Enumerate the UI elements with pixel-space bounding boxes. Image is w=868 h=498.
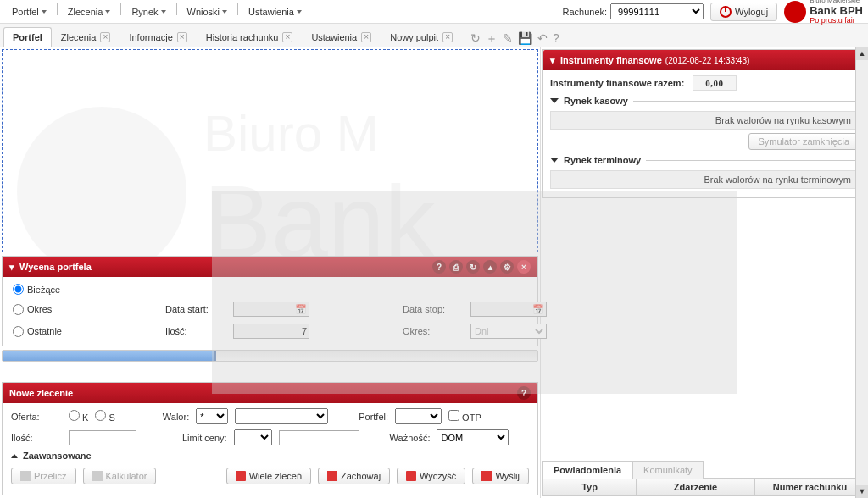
select-okres[interactable]: Dni — [470, 324, 547, 339]
kalkulator-button[interactable]: Kalkulator — [83, 468, 157, 484]
symulator-button[interactable]: Symulator zamknięcia — [748, 133, 859, 150]
radio-okres[interactable]: Okres — [13, 304, 165, 315]
tab-powiadomienia[interactable]: Powiadomienia — [542, 461, 632, 479]
checkbox-otp[interactable]: OTP — [448, 410, 481, 423]
zaawansowane-toggle[interactable]: Zaawansowane — [11, 451, 529, 461]
section-rynek-kasowy[interactable]: Rynek kasowy — [550, 96, 859, 106]
help-icon[interactable]: ? — [517, 386, 531, 400]
triangle-down-icon — [550, 98, 559, 103]
wycena-portfela-panel: ▾ Wycena portfela ? ⎙ ↻ ▴ ⚙ × Bieżące Ok… — [2, 256, 538, 346]
tab-nowy-pulpit[interactable]: Nowy pulpit× — [381, 27, 462, 47]
tab-komunikaty[interactable]: Komunikaty — [632, 461, 703, 479]
triangle-up-icon — [11, 454, 18, 458]
label-ilosc: Ilość: — [165, 326, 233, 336]
tab-toolbar: ↻ ＋ ✎ 💾 ↶ ? — [470, 31, 559, 47]
select-waznosc[interactable]: DOM — [437, 429, 509, 445]
menu-ustawienia[interactable]: Ustawienia — [242, 3, 309, 20]
label-datastop: Data stop: — [403, 304, 470, 314]
col-numer[interactable]: Numer rachunku — [755, 479, 865, 495]
label-oferta: Oferta: — [11, 412, 62, 422]
panel-title: Instrumenty finansowe — [560, 55, 662, 65]
wyslij-button[interactable]: Wyślij — [472, 468, 529, 484]
wyczysc-button[interactable]: Wyczyść — [397, 468, 465, 484]
radio-k[interactable]: K — [69, 410, 88, 423]
account-dropdown[interactable]: 99991111 — [610, 3, 704, 19]
close-icon[interactable]: × — [361, 32, 371, 42]
close-icon[interactable]: × — [282, 32, 292, 42]
input-datastart[interactable]: 📅 — [233, 302, 309, 317]
separator — [120, 3, 121, 15]
label-limit: Limit ceny: — [182, 433, 227, 443]
wiele-zlecen-button[interactable]: Wiele zleceń — [226, 468, 311, 484]
radio-s[interactable]: S — [95, 410, 114, 423]
separator — [237, 3, 238, 15]
przelicz-button[interactable]: Przelicz — [11, 468, 76, 484]
close-icon[interactable]: × — [177, 32, 187, 42]
horizontal-scrollbar[interactable] — [2, 350, 538, 362]
logout-label: Wyloguj — [735, 7, 768, 17]
radio-biezace[interactable]: Bieżące — [13, 284, 165, 295]
brand-logo-block: Biuro Maklerskie Bank BPH Po prostu fair — [784, 0, 863, 25]
menu-rynek[interactable]: Rynek — [125, 3, 172, 20]
label-portfel: Portfel: — [359, 412, 388, 422]
instrumenty-panel: ▾ Instrumenty finansowe (2012-08-22 14:3… — [542, 49, 866, 198]
col-zdarzenie[interactable]: Zdarzenie — [637, 479, 755, 495]
tab-ustawienia[interactable]: Ustawienia× — [302, 27, 381, 47]
notifications-area: Powiadomienia Komunikaty Typ Zdarzenie N… — [542, 456, 866, 496]
collapse-up-icon[interactable]: ▴ — [483, 260, 497, 274]
tab-portfel[interactable]: Portfel — [3, 27, 52, 47]
add-icon[interactable]: ＋ — [486, 31, 498, 47]
main-area: Biuro M Bank ▾ Wycena portfela ? ⎙ ↻ ▴ ⚙… — [0, 47, 868, 498]
vertical-scrollbar[interactable]: ▲ ▼ — [855, 47, 868, 498]
empty-msg-kasowy: Brak walorów na rynku kasowym — [550, 111, 859, 130]
refresh-icon[interactable]: ↻ — [470, 31, 481, 47]
close-icon[interactable]: × — [100, 32, 110, 42]
edit-icon[interactable]: ✎ — [503, 31, 513, 47]
label-waznosc: Ważność: — [390, 433, 431, 443]
right-column: ▾ Instrumenty finansowe (2012-08-22 14:3… — [540, 47, 868, 498]
input-ilosc[interactable] — [69, 430, 136, 445]
scroll-down-icon[interactable]: ▼ — [856, 485, 868, 498]
select-walor-prefix[interactable]: * — [196, 408, 228, 424]
undo-icon[interactable]: ↶ — [537, 31, 548, 47]
select-portfel[interactable] — [395, 408, 442, 424]
input-datastop[interactable]: 📅 — [470, 302, 547, 317]
menu-wnioski[interactable]: Wnioski — [181, 3, 235, 20]
save-icon[interactable]: 💾 — [518, 31, 532, 47]
input-limit[interactable] — [279, 430, 359, 445]
account-label: Rachunek: — [563, 7, 608, 17]
col-typ[interactable]: Typ — [543, 479, 637, 495]
collapse-icon[interactable]: ▾ — [550, 55, 555, 66]
logout-button[interactable]: Wyloguj — [710, 3, 777, 21]
account-selector: Rachunek: 99991111 — [563, 3, 704, 19]
zachowaj-button[interactable]: Zachowaj — [318, 468, 390, 484]
scroll-up-icon[interactable]: ▲ — [856, 47, 868, 60]
main-menu: Portfel Zlecenia Rynek Wnioski Ustawieni… — [5, 3, 309, 20]
print-icon[interactable]: ⎙ — [449, 260, 463, 274]
brand-tagline: Po prostu fair — [810, 17, 863, 25]
tab-informacje[interactable]: Informacje× — [120, 27, 196, 47]
tab-zlecenia[interactable]: Zlecenia× — [52, 27, 120, 47]
brand-line2: Bank BPH — [810, 5, 863, 17]
select-walor[interactable] — [235, 408, 328, 424]
caret-icon — [297, 10, 302, 14]
label-datastart: Data start: — [165, 304, 233, 314]
tab-historia[interactable]: Historia rachunku× — [197, 27, 303, 47]
close-icon[interactable]: × — [442, 32, 453, 42]
menu-zlecenia[interactable]: Zlecenia — [61, 3, 118, 20]
select-limit-type[interactable] — [234, 429, 272, 445]
timestamp: (2012-08-22 14:33:43) — [665, 56, 750, 65]
menu-portfel[interactable]: Portfel — [5, 3, 53, 20]
separator — [176, 3, 177, 15]
close-icon[interactable]: × — [517, 260, 531, 274]
radio-ostatnie[interactable]: Ostatnie — [13, 326, 165, 337]
section-rynek-terminowy[interactable]: Rynek terminowy — [550, 155, 859, 165]
dashboard-drop-area[interactable] — [2, 49, 538, 252]
refresh-icon[interactable]: ↻ — [466, 260, 480, 274]
input-ilosc[interactable] — [233, 324, 309, 339]
settings-icon[interactable]: ⚙ — [500, 260, 514, 274]
help-icon[interactable]: ? — [553, 31, 559, 47]
help-icon[interactable]: ? — [432, 260, 446, 274]
sum-value: 0,00 — [693, 75, 736, 91]
collapse-icon[interactable]: ▾ — [9, 262, 14, 273]
